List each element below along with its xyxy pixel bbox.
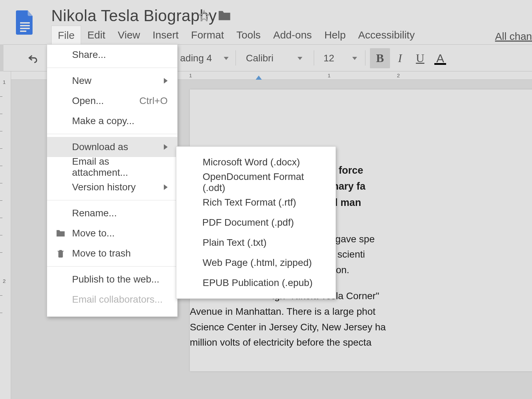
separator <box>47 134 177 134</box>
caret-down-icon <box>298 57 302 60</box>
menu-insert[interactable]: Insert <box>147 26 185 46</box>
doc-text: Avenue in Manhattan. There is a large ph… <box>190 304 522 320</box>
italic-button[interactable]: I <box>390 48 410 68</box>
menu-item-new[interactable]: New <box>47 71 177 91</box>
header: Nikola Tesla Biography File Edit View In… <box>0 0 532 44</box>
menu-item-label: Publish to the web... <box>72 274 159 285</box>
menu-view[interactable]: View <box>112 26 146 46</box>
menu-item-move-to[interactable]: Move to... <box>47 223 177 243</box>
menu-item-publish[interactable]: Publish to the web... <box>47 269 177 289</box>
svg-rect-2 <box>20 28 30 29</box>
menu-item-label: Download as <box>72 141 128 153</box>
underline-button[interactable]: U <box>410 48 430 68</box>
caret-down-icon <box>224 57 229 60</box>
separator <box>47 200 177 200</box>
text-color-button[interactable]: A <box>430 48 450 68</box>
format-group: B I U A <box>370 45 450 72</box>
menu-format[interactable]: Format <box>185 26 230 46</box>
menu-accessibility[interactable]: Accessibility <box>352 26 421 46</box>
ruler-number: 2 <box>397 72 400 78</box>
menu-item-download-as[interactable]: Download as <box>47 137 177 157</box>
submenu-item-pdf[interactable]: PDF Document (.pdf) <box>182 211 331 234</box>
menu-help[interactable]: Help <box>318 26 352 46</box>
chevron-right-icon <box>164 184 168 190</box>
menu-item-make-copy[interactable]: Make a copy... <box>47 111 177 131</box>
submenu-item-odt[interactable]: OpenDocument Format (.odt) <box>176 172 336 192</box>
trash-icon <box>55 248 66 259</box>
menu-item-share[interactable]: Share... <box>47 45 177 65</box>
star-icon[interactable] <box>198 10 210 21</box>
menu-item-move-trash[interactable]: Move to trash <box>47 243 177 263</box>
menu-item-label: Share... <box>72 49 106 60</box>
menu-item-label: Move to trash <box>72 248 131 259</box>
chevron-right-icon <box>164 144 168 150</box>
menubar: File Edit View Insert Format Tools Add-o… <box>51 26 421 46</box>
ruler-number: 1 <box>328 72 330 78</box>
separator <box>47 266 177 267</box>
submenu-item-docx[interactable]: Microsoft Word (.docx) <box>176 152 336 172</box>
submenu-item-html[interactable]: Web Page (.html, zipped) <box>176 253 336 273</box>
menu-file[interactable]: File <box>51 26 81 46</box>
menu-item-open[interactable]: Open...Ctrl+O <box>47 91 177 111</box>
font-size-label: 12 <box>323 53 334 64</box>
doc-text: Science Center in Jersey City, New Jerse… <box>190 320 522 335</box>
undo-icon[interactable] <box>24 49 42 67</box>
menu-item-label: Make a copy... <box>72 115 134 127</box>
ruler-number: 2 <box>3 278 6 284</box>
menu-edit[interactable]: Edit <box>81 26 112 46</box>
menu-item-rename[interactable]: Rename... <box>47 203 177 223</box>
submenu-item-epub[interactable]: EPUB Publication (.epub) <box>176 273 336 293</box>
text-color-bar <box>434 63 446 65</box>
separator <box>314 50 314 66</box>
indent-marker-icon[interactable] <box>256 76 262 80</box>
doc-text: million volts of electricity before the … <box>190 335 522 350</box>
menu-item-email-attachment[interactable]: Email as attachment... <box>47 157 177 177</box>
menu-tools[interactable]: Tools <box>230 26 267 46</box>
submenu-item-rtf[interactable]: Rich Text Format (.rtf) <box>176 192 336 212</box>
paragraph-style-select[interactable]: ading 4 <box>180 45 229 72</box>
bold-button[interactable]: B <box>370 48 390 68</box>
svg-rect-0 <box>20 22 30 24</box>
vertical-ruler: 1 2 <box>0 71 11 399</box>
menu-item-shortcut: Ctrl+O <box>139 95 168 106</box>
font-label: Calibri <box>246 53 273 64</box>
ruler-number: 1 <box>189 72 192 78</box>
separator <box>236 50 236 66</box>
menu-item-label: Move to... <box>72 228 115 239</box>
svg-rect-1 <box>20 25 30 26</box>
menu-item-label: Rename... <box>72 208 117 219</box>
menu-item-version-history[interactable]: Version history <box>47 177 177 197</box>
file-menu-dropdown: Share... New Open...Ctrl+O Make a copy..… <box>47 44 178 317</box>
menu-item-label: Email collaborators... <box>72 294 162 305</box>
chevron-right-icon <box>164 78 168 84</box>
ruler-number: 1 <box>3 79 6 85</box>
menu-item-label: Version history <box>72 182 136 193</box>
separator <box>365 50 365 66</box>
menu-item-label: New <box>72 75 91 86</box>
menu-item-email-collaborators: Email collaborators... <box>47 289 177 310</box>
menu-item-label: Open... <box>72 95 104 106</box>
menu-addons[interactable]: Add-ons <box>267 26 318 46</box>
font-select[interactable]: Calibri <box>246 45 308 72</box>
document-title[interactable]: Nikola Tesla Biography <box>51 6 217 25</box>
paragraph-style-label: ading 4 <box>180 53 212 64</box>
submenu-item-txt[interactable]: Plain Text (.txt) <box>176 233 336 253</box>
folder-icon <box>55 228 66 238</box>
font-size-select[interactable]: 12 <box>323 45 357 72</box>
docs-logo-icon <box>16 10 34 35</box>
menu-item-label: Email as attachment... <box>72 156 167 178</box>
svg-rect-3 <box>20 31 26 32</box>
move-folder-icon[interactable] <box>218 10 231 21</box>
caret-down-icon <box>352 57 357 60</box>
separator <box>47 68 177 68</box>
